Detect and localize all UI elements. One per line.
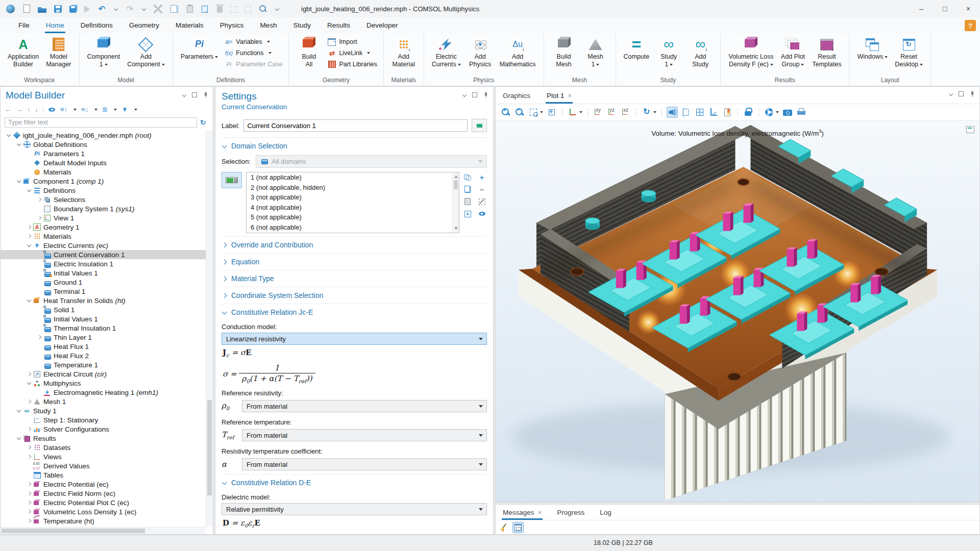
build-mesh-button[interactable]: BuildMesh [548, 35, 580, 70]
tree-item[interactable]: Initial Values 1 [1, 268, 206, 278]
copy-icon[interactable] [173, 6, 178, 13]
panel-menu-icon[interactable] [182, 93, 186, 97]
default-view-icon[interactable] [568, 107, 578, 117]
tree-closed-chevron-icon[interactable] [26, 398, 33, 405]
move-down-icon[interactable]: ↓ [35, 106, 39, 113]
tree-closed-chevron-icon[interactable] [26, 224, 33, 231]
add-study-button[interactable]: AddStudy [684, 35, 716, 70]
zoom-in-icon[interactable] [501, 107, 511, 117]
tree-item[interactable]: Selections [1, 195, 206, 204]
tree-open-chevron-icon[interactable] [26, 380, 33, 387]
tree-item[interactable]: Results [1, 434, 206, 443]
view-xy-icon[interactable] [593, 107, 603, 117]
tree-item[interactable]: Electrical Circuit(cir) [1, 369, 206, 379]
tree-item[interactable]: Tables [1, 470, 206, 480]
tree-open-chevron-icon[interactable] [16, 408, 22, 414]
show-grid-icon[interactable] [695, 107, 705, 117]
tree-item[interactable]: Materials [1, 167, 206, 177]
add-plot-group-button[interactable]: Add PlotGroup [777, 35, 808, 70]
electric-currents-button[interactable]: ElectricCurrents [428, 35, 464, 70]
tree-item[interactable]: Component 1(comp 1) [1, 177, 206, 186]
tree-item[interactable]: Ground 1 [1, 278, 206, 287]
tree-closed-chevron-icon[interactable] [36, 215, 43, 221]
nodes-dropdown-icon[interactable] [114, 109, 117, 111]
tree-item[interactable]: Electromagnetic Heating 1(emh1) [1, 388, 206, 397]
tree-item[interactable]: Heat Flux 2 [1, 351, 206, 360]
study-1-button[interactable]: Study1 [653, 35, 684, 70]
undo-icon[interactable]: ↶ [97, 5, 106, 13]
tree-closed-chevron-icon[interactable] [26, 371, 33, 378]
tree-filter-input[interactable] [5, 117, 197, 128]
tree-item[interactable]: Electric Insulation 1 [1, 259, 206, 268]
tree-item[interactable]: Materials [1, 232, 206, 241]
domain-list-item[interactable]: 1 (not applicable) [247, 172, 459, 183]
search-icon[interactable] [259, 5, 267, 13]
zoom-box-icon[interactable] [528, 107, 538, 117]
tree-item[interactable]: Heat Transfer in Solids(ht) [1, 296, 206, 305]
mesh-1-button[interactable]: Mesh1 [580, 35, 611, 70]
clear-selection-icon[interactable] [478, 197, 486, 206]
run-icon[interactable] [84, 6, 90, 13]
tree-item[interactable]: Definitions [1, 186, 206, 195]
active-toggle-button[interactable] [222, 172, 242, 188]
tree-open-chevron-icon[interactable] [26, 187, 33, 194]
menu-physics[interactable]: Physics [212, 17, 252, 33]
filter-funnel-icon[interactable]: ▼ [121, 106, 128, 113]
menu-file[interactable]: File [10, 17, 38, 33]
conduction-model-combo[interactable]: Linearized resistivity [222, 333, 487, 345]
tab-graphics[interactable]: Graphics [502, 89, 531, 104]
show-selection-icon[interactable] [478, 210, 486, 218]
tree-item[interactable]: Electric Potential (ec) [1, 480, 206, 489]
import-button[interactable]: Import [328, 38, 377, 45]
tree-item[interactable]: Step 1: Stationary [1, 415, 206, 424]
tree-item[interactable]: Mesh 1 [1, 397, 206, 406]
tree-open-chevron-icon[interactable] [16, 178, 22, 185]
tree-open-chevron-icon[interactable] [16, 435, 22, 442]
domain-list-scrollbar[interactable] [452, 172, 459, 233]
livelink-button[interactable]: LiveLink [328, 49, 377, 57]
panel-pin-icon[interactable] [203, 92, 209, 98]
tree-closed-chevron-icon[interactable] [26, 509, 33, 515]
tab-progress[interactable]: Progress [556, 507, 585, 520]
tree-item[interactable]: Parameters 1 [1, 149, 206, 158]
tree-item[interactable]: Default Model Inputs [1, 158, 206, 167]
volumetric-loss-density-f-button[interactable]: Volumetric LossDensity F (ec) [725, 35, 777, 70]
component-1-button[interactable]: Component1 [84, 35, 124, 70]
menu-developer[interactable]: Developer [358, 17, 406, 33]
tree-item[interactable]: Electric Field Norm (ec) [1, 489, 206, 498]
message-table-icon[interactable] [513, 522, 523, 533]
tree-item[interactable]: igbt_joule_heating_006_render.mph(root) [1, 131, 206, 140]
field-combo[interactable]: From material [242, 400, 487, 412]
tree-closed-chevron-icon[interactable] [26, 499, 33, 506]
domain-list-item[interactable]: 4 (not applicable) [247, 203, 459, 213]
tree-open-chevron-icon[interactable] [26, 297, 33, 304]
tab-plot-1[interactable]: Plot 1× [546, 89, 573, 104]
tree-closed-chevron-icon[interactable] [26, 426, 33, 433]
help-button[interactable]: ? [965, 20, 976, 31]
tree-closed-chevron-icon[interactable] [26, 454, 33, 460]
paste-selection-icon[interactable] [463, 197, 472, 206]
variables-button[interactable]: Variables [225, 38, 282, 45]
zoom-out-icon[interactable] [514, 107, 525, 117]
tree-item[interactable]: Volumetric Loss Density 1 (ec) [1, 507, 206, 516]
tree-item[interactable]: Global Definitions [1, 140, 206, 149]
compute-button[interactable]: Compute [620, 35, 653, 62]
tree-closed-chevron-icon[interactable] [36, 334, 43, 341]
paste-icon[interactable] [187, 5, 193, 13]
tree-open-chevron-icon[interactable] [26, 242, 33, 249]
scene-light-icon[interactable] [667, 107, 677, 117]
field-combo[interactable]: From material [242, 458, 487, 470]
tree-open-chevron-icon[interactable] [6, 132, 12, 139]
section-equation[interactable]: Equation [222, 253, 487, 270]
tree-item[interactable]: Multiphysics [1, 379, 206, 388]
reset-desktop-button[interactable]: ResetDesktop [891, 35, 926, 70]
plot-viewport[interactable]: Volume: Volumetric loss density, electro… [496, 121, 979, 502]
menu-study[interactable]: Study [285, 17, 319, 33]
tree-item[interactable]: Electric Potential Plot C (ec) [1, 498, 206, 507]
collapse-all-icon[interactable]: ≡↓ [81, 106, 88, 113]
add-component-button[interactable]: AddComponent [124, 35, 168, 70]
menu-results[interactable]: Results [319, 17, 358, 33]
tree-item[interactable]: Electric Currents(ec) [1, 241, 206, 250]
copy-selection-icon[interactable] [463, 185, 472, 193]
menu-mesh[interactable]: Mesh [252, 17, 285, 33]
